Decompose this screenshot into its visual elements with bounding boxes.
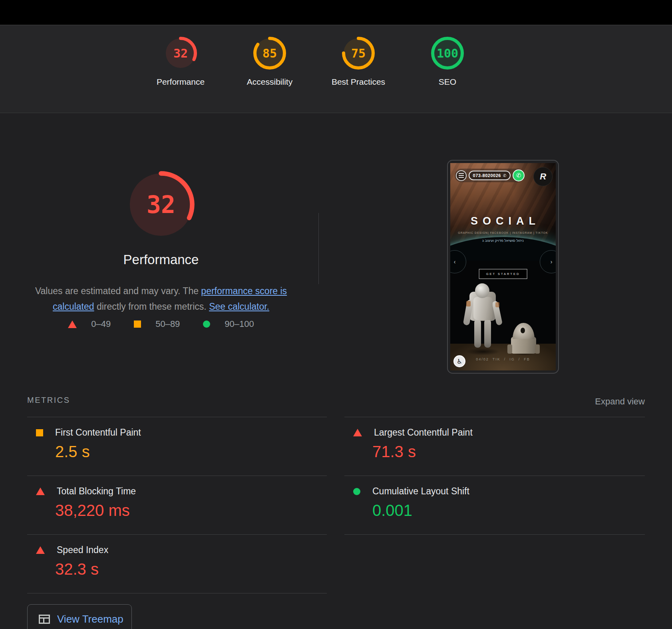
- metric-name: First Contentful Paint: [55, 427, 141, 438]
- description-text: directly from these metrics.: [94, 301, 209, 312]
- astronaut-figure: [463, 285, 503, 350]
- pass-circle-icon: [203, 320, 210, 328]
- metric-first-contentful-paint: First Contentful Paint 2.5 s: [27, 427, 323, 461]
- score-label: Accessibility: [247, 77, 292, 87]
- performance-gauge: 32: [163, 36, 198, 71]
- phone-number: 073-8020026: [473, 173, 501, 178]
- metric-name: Total Blocking Time: [57, 486, 136, 497]
- category-score-accessibility[interactable]: 85 Accessibility: [225, 36, 314, 87]
- top-black-bar: [0, 0, 672, 25]
- score-value: 100: [430, 36, 465, 71]
- metrics-section-heading: METRICS: [27, 396, 70, 405]
- score-value: 75: [341, 36, 376, 71]
- metric-name: Largest Contentful Paint: [374, 427, 473, 438]
- performance-description: Values are estimated and may vary. The p…: [33, 283, 289, 314]
- metric-largest-contentful-paint: Largest Contentful Paint 71.3 s: [344, 427, 640, 461]
- legend-average-range: 50–89: [134, 319, 180, 329]
- divider: [27, 534, 327, 535]
- legend-pass-range: 90–100: [203, 319, 254, 329]
- get-started-button: GET STARTED: [479, 269, 527, 279]
- fail-triangle-icon: [353, 429, 362, 436]
- divider: [344, 476, 645, 476]
- divider: [27, 476, 327, 476]
- metric-name: Speed Index: [57, 545, 108, 555]
- description-text: Values are estimated and may vary. The: [35, 286, 201, 296]
- performance-section-title: Performance: [21, 252, 301, 267]
- pass-circle-icon: [353, 488, 360, 495]
- metric-value: 0.001: [344, 502, 640, 520]
- fail-triangle-icon: [36, 488, 45, 495]
- metric-value: 32.3 s: [27, 560, 323, 578]
- see-calculator-link[interactable]: See calculator.: [209, 301, 269, 312]
- page-screenshot: 073-8020026 ✆ ✆ R SOCIAL GRAPHIC DESIGN|…: [450, 163, 556, 370]
- view-treemap-button[interactable]: View Treemap: [27, 604, 132, 629]
- lighthouse-report: 32 Performance 85 Accessibility 75 Best …: [0, 0, 672, 629]
- phone-number-pill: 073-8020026 ✆: [469, 171, 511, 180]
- metric-cumulative-layout-shift: Cumulative Layout Shift 0.001: [344, 486, 640, 520]
- category-score-seo[interactable]: 100 SEO: [403, 36, 492, 87]
- legend-fail-range: 0–49: [68, 319, 111, 329]
- site-logo: R: [533, 167, 553, 186]
- fail-triangle-icon: [36, 546, 45, 554]
- slider-caption: 04/02 TIK / IG / FB: [450, 357, 556, 361]
- accessibility-gauge: 85: [252, 36, 287, 71]
- performance-score-value: 32: [125, 169, 197, 241]
- score-label: Performance: [157, 77, 205, 87]
- droid-robot-figure: [509, 323, 538, 354]
- legend-label: 90–100: [225, 319, 254, 329]
- scores-header-strip: 32 Performance 85 Accessibility 75 Best …: [0, 25, 672, 113]
- score-value: 32: [163, 36, 198, 71]
- hero-subtitle: GRAPHIC DESIGN| FACEBOOK | INSTAGRAM | T…: [450, 231, 556, 234]
- legend-label: 0–49: [91, 319, 111, 329]
- seo-gauge: 100: [430, 36, 465, 71]
- score-label: SEO: [439, 77, 456, 87]
- treemap-icon: [39, 615, 50, 624]
- metric-value: 71.3 s: [344, 443, 640, 461]
- metric-name: Cumulative Layout Shift: [372, 486, 469, 497]
- phone-icon: ✆: [503, 173, 506, 178]
- best-practices-gauge: 75: [341, 36, 376, 71]
- category-score-best-practices[interactable]: 75 Best Practices: [314, 36, 403, 87]
- metric-speed-index: Speed Index 32.3 s: [27, 545, 323, 578]
- average-square-icon: [36, 429, 43, 436]
- performance-score-gauge-large: 32: [125, 169, 197, 241]
- metric-value: 2.5 s: [27, 443, 323, 461]
- score-value: 85: [252, 36, 287, 71]
- score-label: Best Practices: [332, 77, 385, 87]
- legend-label: 50–89: [155, 319, 180, 329]
- hamburger-menu-icon: [456, 170, 467, 181]
- expand-view-toggle[interactable]: Expand view: [595, 396, 645, 407]
- hero-title: SOCIAL: [450, 215, 556, 227]
- metric-total-blocking-time: Total Blocking Time 38,220 ms: [27, 486, 323, 520]
- divider: [27, 417, 327, 417]
- divider: [27, 593, 327, 593]
- accessibility-icon: ♿: [453, 355, 465, 367]
- score-legend: 0–49 50–89 90–100: [21, 319, 301, 329]
- final-screenshot-thumbnail: 073-8020026 ✆ ✆ R SOCIAL GRAPHIC DESIGN|…: [447, 160, 559, 374]
- site-header-bar: 073-8020026 ✆ ✆: [455, 169, 524, 182]
- vertical-divider: [318, 213, 319, 284]
- category-score-performance[interactable]: 32 Performance: [136, 36, 225, 87]
- average-square-icon: [134, 320, 141, 328]
- metric-value: 38,220 ms: [27, 502, 323, 520]
- divider: [344, 534, 645, 535]
- view-treemap-label: View Treemap: [57, 613, 123, 625]
- hero-tagline-hebrew: ניהול סושיאל מדויק ועיצוב ג: [450, 239, 556, 243]
- divider: [344, 417, 645, 417]
- fail-triangle-icon: [68, 320, 77, 328]
